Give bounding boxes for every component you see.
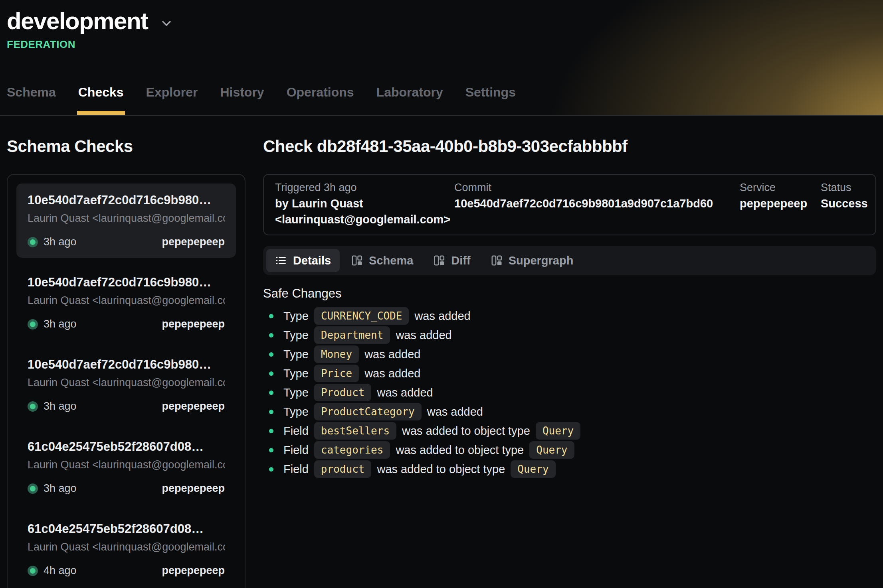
change-prefix: Type [283,310,309,323]
check-id: 61c04e25475eb52f28607d08… [28,522,225,536]
check-meta-row: 3h ago pepepepeep [28,400,225,412]
bullet-dot-icon [269,352,273,357]
check-service: pepepepeep [162,400,225,412]
nav-tab-label: Settings [465,85,516,99]
main-nav: Schema Checks Explorer History Operation… [7,85,516,115]
meta-status: Status Success [821,181,864,227]
list-icon [275,255,287,266]
view-tab[interactable]: Diff [424,249,479,272]
change-item: Field bestSellers was added to object ty… [263,421,876,440]
status-dot-icon [28,483,38,494]
check-list-item[interactable]: 61c04e25475eb52f28607d08… Laurin Quast <… [16,512,236,586]
view-tab[interactable]: Supergraph [482,249,582,272]
check-id: 61c04e25475eb52f28607d08… [28,440,225,454]
meta-commit: Commit 10e540d7aef72c0d716c9b9801a9d907c… [454,181,740,227]
change-code-chip: ProductCategory [314,403,422,420]
schema-checks-sidebar: Schema Checks 10e540d7aef72c0d716c9b980…… [7,137,245,588]
checks-list-panel: 10e540d7aef72c0d716c9b980… Laurin Quast … [7,174,245,588]
panels-icon [433,255,445,266]
check-time: 3h ago [44,318,77,330]
change-suffix: was added to object type [396,444,524,457]
check-time: 3h ago [44,482,77,495]
check-view-tabs: Details Schema [263,246,876,275]
view-tab[interactable]: Schema [342,249,422,272]
project-title: development [7,8,148,34]
check-list-item[interactable]: 10e540d7aef72c0d716c9b980… Laurin Quast … [16,184,236,258]
nav-tab[interactable]: Explorer [146,85,198,115]
view-tab[interactable]: Details [266,249,340,272]
change-suffix: was added to object type [377,463,505,476]
view-tab-label: Schema [369,254,413,267]
change-prefix: Field [283,424,309,438]
check-author: Laurin Quast <laurinquast@googlemail.co… [28,377,225,389]
change-item: Field categories was added to object typ… [263,440,876,460]
panels-icon [491,255,503,266]
status-dot-icon [28,566,38,576]
change-item: Type Product was added [263,383,876,402]
check-service: pepepepeep [162,318,225,330]
change-code-chip: product [314,460,372,478]
nav-tab[interactable]: Schema [7,85,56,115]
change-code-chip: Department [314,326,390,344]
page-content: Schema Checks 10e540d7aef72c0d716c9b980…… [0,137,883,588]
commit-hash: 10e540d7aef72c0d716c9b9801a9d907c1a7bd60 [454,195,740,211]
nav-tab-label: History [220,85,264,99]
nav-tab[interactable]: History [220,85,264,115]
bullet-dot-icon [269,371,273,376]
status-dot-icon [28,319,38,330]
change-code-chip: categories [314,441,390,459]
project-selector[interactable]: development [0,0,174,34]
change-code-chip: CURRENCY_CODE [314,307,409,325]
app-header: development FEDERATION Schema Checks Exp… [0,0,883,116]
change-item: Field product was added to object type Q… [263,460,876,479]
check-meta-row: 3h ago pepepepeep [28,318,225,330]
triggered-label: Triggered 3h ago [275,181,454,194]
check-service: pepepepeep [162,482,225,495]
change-prefix: Type [283,367,309,380]
bullet-dot-icon [269,448,273,452]
service-label: Service [740,181,821,194]
change-code-chip: Money [314,345,359,363]
nav-tab[interactable]: Operations [287,85,354,115]
bullet-dot-icon [269,410,273,414]
bullet-dot-icon [269,333,273,337]
change-suffix: was added [414,310,470,323]
nav-tab-label: Laboratory [376,85,443,99]
check-time: 3h ago [44,400,77,412]
nav-tab[interactable]: Laboratory [376,85,443,115]
safe-changes-list: Type CURRENCY_CODE was added Type Depart… [263,306,876,479]
federation-badge: FEDERATION [7,38,883,51]
change-item: Type ProductCategory was added [263,402,876,421]
view-tab-label: Diff [451,254,470,267]
meta-triggered: Triggered 3h ago by Laurin Quast <laurin… [275,181,454,227]
check-author: Laurin Quast <laurinquast@googlemail.co… [28,541,225,553]
check-meta-row: 4h ago pepepepeep [28,564,225,577]
panels-icon [351,255,363,266]
change-code-chip: Product [314,384,372,401]
check-service: pepepepeep [162,236,225,248]
nav-tab[interactable]: Checks [78,85,124,115]
change-code-chip-secondary: Query [536,422,580,440]
check-list-item[interactable]: 10e540d7aef72c0d716c9b980… Laurin Quast … [16,266,236,340]
change-suffix: was added [364,348,420,361]
check-meta-box: Triggered 3h ago by Laurin Quast <laurin… [263,174,876,235]
check-list-item[interactable]: 10e540d7aef72c0d716c9b980… Laurin Quast … [16,348,236,422]
bullet-dot-icon [269,429,273,433]
meta-service: Service pepepepeep [740,181,821,227]
change-item: Type Department was added [263,326,876,345]
check-meta-row: 3h ago pepepepeep [28,236,225,248]
check-detail: Check db28f481-35aa-40b0-b8b9-303ecfabbb… [263,137,876,588]
change-prefix: Type [283,386,309,399]
change-item: Type Money was added [263,345,876,364]
check-meta-row: 3h ago pepepepeep [28,482,225,495]
change-prefix: Type [283,405,309,418]
nav-tab[interactable]: Settings [465,85,516,115]
change-code-chip: Price [314,365,359,382]
check-list-item[interactable]: 61c04e25475eb52f28607d08… Laurin Quast <… [16,430,236,504]
change-item: Type CURRENCY_CODE was added [263,306,876,326]
nav-tab-label: Explorer [146,85,198,99]
triggered-by-email: <laurinquast@googlemail.com> [275,211,454,227]
chevron-down-icon[interactable] [159,16,174,30]
check-author: Laurin Quast <laurinquast@googlemail.co… [28,294,225,307]
check-author: Laurin Quast <laurinquast@googlemail.co… [28,459,225,471]
